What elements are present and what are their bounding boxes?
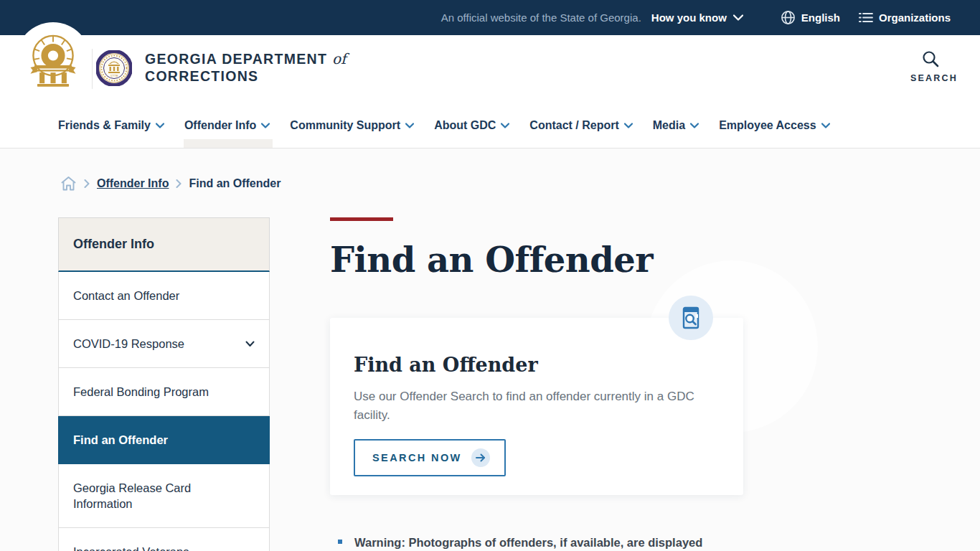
main-nav: Friends & Family Offender Info Community… bbox=[0, 103, 980, 149]
nav-item-label: Media bbox=[653, 119, 685, 132]
nav-item-label: About GDC bbox=[434, 119, 496, 132]
arrow-right-icon bbox=[471, 448, 490, 467]
georgia-arch-icon bbox=[24, 30, 83, 89]
sidebar-item-federal-bonding-program[interactable]: Federal Bonding Program bbox=[58, 368, 270, 416]
chevron-down-icon bbox=[690, 123, 699, 128]
agency-of: of bbox=[332, 50, 346, 67]
section-sidebar: Offender Info Contact an Offender COVID-… bbox=[58, 217, 270, 551]
nav-item-label: Offender Info bbox=[184, 119, 256, 132]
language-label: English bbox=[801, 11, 840, 24]
sidebar-item-label: COVID-19 Response bbox=[73, 336, 184, 352]
agency-line1: GEORGIA DEPARTMENT bbox=[145, 51, 327, 67]
agency-title[interactable]: GEORGIA DEPARTMENT of CORRECTIONS bbox=[145, 50, 346, 85]
search-button[interactable]: SEARCH bbox=[910, 50, 951, 83]
sidebar-item-label: Federal Bonding Program bbox=[73, 384, 209, 400]
sidebar-title-label: Offender Info bbox=[73, 237, 154, 252]
page-title: Find an Offender bbox=[330, 240, 743, 280]
find-offender-card: Find an Offender Use our Offender Search… bbox=[330, 318, 743, 495]
card-title: Find an Offender bbox=[354, 354, 720, 376]
nav-active-indicator bbox=[184, 139, 273, 148]
sidebar-item-incarcerated-veterans[interactable]: Incarcerated Veterans bbox=[58, 528, 270, 551]
search-icon bbox=[921, 50, 940, 68]
georgia-arch-logo[interactable] bbox=[16, 22, 90, 97]
sidebar-item-georgia-release-card-information[interactable]: Georgia Release Card Information bbox=[58, 464, 270, 528]
bullet-icon bbox=[338, 540, 342, 544]
search-now-button[interactable]: SEARCH NOW bbox=[354, 439, 506, 476]
nav-item-media[interactable]: Media bbox=[653, 119, 699, 132]
search-label: SEARCH bbox=[910, 73, 951, 83]
sidebar-item-label: Find an Offender bbox=[73, 432, 168, 448]
chevron-down-icon bbox=[261, 123, 270, 128]
chevron-down-icon bbox=[821, 123, 830, 128]
breadcrumb-current: Find an Offender bbox=[189, 177, 281, 190]
chevron-down-icon[interactable] bbox=[245, 341, 255, 347]
chevron-down-icon bbox=[733, 14, 743, 21]
official-message: An official website of the State of Geor… bbox=[441, 11, 641, 24]
svg-text:1776: 1776 bbox=[110, 74, 118, 77]
list-icon bbox=[859, 11, 873, 24]
sidebar-title[interactable]: Offender Info bbox=[58, 217, 270, 272]
organizations-label: Organizations bbox=[879, 11, 951, 24]
sidebar-item-covid-19-response[interactable]: COVID-19 Response bbox=[58, 320, 270, 368]
organizations-link[interactable]: Organizations bbox=[859, 11, 951, 24]
chevron-down-icon bbox=[405, 123, 414, 128]
chevron-down-icon bbox=[501, 123, 509, 128]
sidebar-item-contact-an-offender[interactable]: Contact an Offender bbox=[58, 272, 270, 320]
card-description: Use our Offender Search to find an offen… bbox=[354, 387, 698, 425]
breadcrumb: Offender Info Find an Offender bbox=[0, 149, 980, 192]
home-icon[interactable] bbox=[60, 176, 77, 192]
sidebar-item-label: Contact an Offender bbox=[73, 288, 179, 303]
how-you-know-toggle[interactable]: How you know bbox=[651, 11, 743, 24]
document-search-icon bbox=[678, 305, 704, 331]
breadcrumb-link-offender-info[interactable]: Offender Info bbox=[97, 177, 169, 190]
search-now-label: SEARCH NOW bbox=[372, 452, 462, 463]
globe-icon bbox=[781, 10, 796, 25]
gdc-seal: 1776 bbox=[96, 50, 132, 86]
card-icon-badge bbox=[669, 296, 713, 340]
warning-text: Warning: Photographs of offenders, if av… bbox=[354, 534, 702, 551]
nav-item-about-gdc[interactable]: About GDC bbox=[434, 119, 509, 132]
nav-item-contact-report[interactable]: Contact / Report bbox=[529, 119, 632, 132]
main-content: Find an Offender Find an Offender Use ou… bbox=[330, 217, 743, 551]
breadcrumb-separator-icon bbox=[84, 179, 90, 188]
language-selector[interactable]: English bbox=[781, 10, 840, 25]
nav-item-community-support[interactable]: Community Support bbox=[290, 119, 414, 132]
chevron-down-icon bbox=[624, 123, 633, 128]
sidebar-item-find-an-offender[interactable]: Find an Offender bbox=[58, 416, 270, 464]
nav-item-offender-info[interactable]: Offender Info bbox=[184, 119, 270, 132]
chevron-down-icon bbox=[156, 123, 164, 128]
nav-item-label: Friends & Family bbox=[58, 119, 151, 132]
nav-item-label: Employee Access bbox=[719, 119, 816, 132]
header-divider bbox=[92, 49, 93, 89]
nav-item-label: Community Support bbox=[290, 119, 400, 132]
nav-item-friends-family[interactable]: Friends & Family bbox=[58, 119, 164, 132]
agency-line2: CORRECTIONS bbox=[145, 68, 258, 84]
site-header: 1776 GEORGIA DEPARTMENT of CORRECTIONS S… bbox=[0, 35, 980, 103]
breadcrumb-separator-icon bbox=[176, 179, 182, 188]
sidebar-item-label: Incarcerated Veterans bbox=[73, 544, 189, 551]
sidebar-item-label: Georgia Release Card Information bbox=[73, 480, 235, 512]
nav-item-employee-access[interactable]: Employee Access bbox=[719, 119, 829, 132]
official-bar: An official website of the State of Geor… bbox=[0, 0, 980, 35]
how-you-know-label: How you know bbox=[651, 11, 727, 24]
title-accent-bar bbox=[330, 217, 393, 221]
nav-item-label: Contact / Report bbox=[529, 119, 618, 132]
warning-list-item: Warning: Photographs of offenders, if av… bbox=[330, 534, 743, 551]
